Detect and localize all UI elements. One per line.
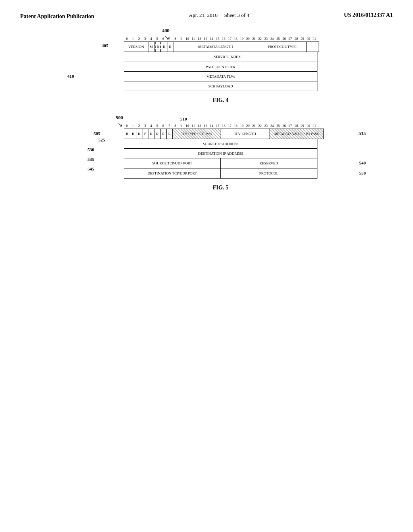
bn-10: 10: [184, 37, 190, 41]
bn-30: 30: [305, 37, 311, 41]
bn-0: 0: [124, 37, 130, 41]
row1-content: VERSION M B R R METADATA LENGTH PROTOCOL…: [124, 42, 319, 52]
bn-21: 21: [251, 37, 257, 41]
fig4-pkt-row3: 410 METADATA TLVs: [86, 72, 344, 81]
arrow-500-sym: ↘: [118, 121, 123, 128]
ref-550: 550: [359, 170, 366, 175]
bn-13: 13: [202, 37, 209, 41]
row5-5-content: DESTINATION TCP/UDP PORT PROTOCOL: [124, 168, 317, 179]
b5n-5: 5: [154, 124, 160, 128]
bn-14: 14: [209, 37, 215, 41]
cell4-empty1: [307, 42, 319, 52]
cell4-meta-tlvs: METADATA TLVs: [124, 72, 317, 81]
c5-protocol: PROTOCOL: [221, 168, 317, 178]
ref-500-label: 500: [116, 115, 123, 121]
pub-title: Patent Application Publication: [20, 13, 94, 19]
bn-12: 12: [196, 37, 202, 41]
b5n-1: 1: [130, 124, 136, 128]
bn-1: 1: [130, 37, 136, 41]
bn-9: 9: [178, 37, 184, 41]
c5-r4: R: [148, 129, 154, 139]
bn-24: 24: [269, 37, 275, 41]
b5n-15: 15: [215, 124, 221, 128]
c5-reserved: RESERVED: [221, 158, 317, 168]
b5n-26: 26: [281, 124, 287, 128]
bn-16: 16: [221, 37, 227, 41]
ref-540: 540: [359, 160, 366, 165]
fig4-pkt-row2: PATH IDENTIFIER: [86, 62, 344, 72]
cell4-version: VERSION: [124, 42, 148, 52]
row1b-spacer: [86, 52, 124, 62]
bn-19: 19: [239, 37, 245, 41]
b5n-20: 20: [245, 124, 251, 128]
b5n-13: 13: [202, 124, 209, 128]
b5n-28: 28: [293, 124, 299, 128]
fig5-pkt-row1: 515 R R R P R R R R TLV TYPE = BY-PASS T…: [86, 129, 344, 139]
ref-510-label: 510: [180, 116, 187, 121]
c5-r7: R: [167, 129, 173, 139]
bn-4: 4: [148, 37, 154, 41]
b5n-0: 0: [124, 124, 130, 128]
fig4-pkt-row1b: SERVICE INDEX: [86, 52, 344, 62]
bn-22: 22: [257, 37, 263, 41]
ref-530-label: 530: [88, 147, 94, 152]
b5n-17: 17: [227, 124, 233, 128]
c5-tlv-len: TLV LENGTH: [221, 129, 269, 139]
c5-r5: R: [154, 129, 161, 139]
b5n-7: 7: [166, 124, 172, 128]
bit-numbers-header4: 0 1 2 3 4 5 6 7 8 9 10 11 12 13 14 15 16…: [124, 37, 344, 41]
b5n-19: 19: [239, 124, 245, 128]
bn-2: 2: [136, 37, 142, 41]
c5-tlv-type: TLV TYPE = BY-PASS: [173, 129, 221, 139]
b5n-9: 9: [178, 124, 184, 128]
fig5-pkt-row5: 550 DESTINATION TCP/UDP PORT PROTOCOL: [86, 168, 344, 179]
b5n-11: 11: [190, 124, 196, 128]
b5n-30: 30: [305, 124, 311, 128]
bn-27: 27: [287, 37, 293, 41]
cell4-r2: R: [167, 42, 173, 52]
b5n-6: 6: [160, 124, 166, 128]
bn-26: 26: [281, 37, 287, 41]
b5n-27: 27: [287, 124, 293, 128]
row5-5-spacer: [86, 168, 124, 179]
ref-400-label: 400: [162, 28, 169, 34]
b5n-29: 29: [299, 124, 305, 128]
cell4-svc-rest: [245, 52, 317, 62]
header-publication: Patent Application Publication: [20, 12, 94, 21]
fig5-wrapper: 500 ↘ 505 510 0 1 2 3 4 5 6 7 8 9 10 11 …: [86, 124, 344, 191]
bit-numbers-header5: 0 1 2 3 4 5 6 7 8 9 10 11 12 13 14 15 16…: [124, 124, 344, 128]
bn-17: 17: [227, 37, 233, 41]
content-area: 400 ↘ 405 0 1 2 3 4 5 6 7 8 9 10 11 12 1…: [0, 25, 413, 191]
b5n-12: 12: [196, 124, 202, 128]
row5-1-content: R R R P R R R R TLV TYPE = BY-PASS TLV L…: [124, 129, 324, 139]
ref-410: 410: [67, 74, 74, 79]
bn-11: 11: [190, 37, 196, 41]
cell4-b: B: [155, 42, 161, 52]
c5-r2: R: [130, 129, 136, 139]
b5n-24: 24: [269, 124, 275, 128]
row2-lbl: [86, 62, 124, 72]
b5n-21: 21: [251, 124, 257, 128]
c5-r3: R: [136, 129, 142, 139]
b5n-4: 4: [148, 124, 154, 128]
b5n-22: 22: [257, 124, 263, 128]
ref-515: 515: [359, 131, 366, 137]
c5-src-ip: SOURCE IP ADDRESS: [124, 139, 317, 149]
c5-dst-tcp: DESTINATION TCP/UDP PORT: [124, 168, 221, 178]
fig5-pkt-row2: SOURCE IP ADDRESS: [86, 139, 344, 149]
c5-meta-val: METADATA VALUE = BY-PASS: [269, 129, 324, 139]
row5-4-spacer: [86, 158, 124, 168]
fig4-title: FIG. 4: [124, 97, 317, 104]
header-date-sheet: Apr. 21, 2016 Sheet 3 of 4: [189, 12, 249, 21]
row4-spacer: [86, 81, 124, 91]
c5-r1: R: [124, 129, 130, 139]
main-header: Patent Application Publication Apr. 21, …: [0, 0, 413, 25]
bn-18: 18: [233, 37, 239, 41]
row3-lbl: [86, 72, 124, 81]
b5n-18: 18: [233, 124, 239, 128]
b5n-14: 14: [209, 124, 215, 128]
fig5-pkt-row3: DESTINATION IP ADDRESS: [86, 149, 344, 158]
ref-405-label: 405: [102, 43, 108, 48]
b5n-2: 2: [136, 124, 142, 128]
b5n-23: 23: [263, 124, 269, 128]
